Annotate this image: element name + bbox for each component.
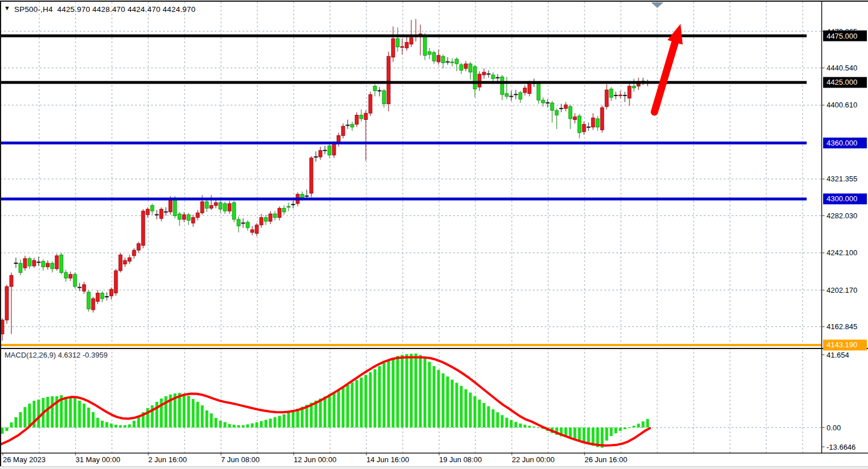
doji-bar xyxy=(78,287,82,288)
macd-histogram-bar xyxy=(624,428,627,429)
bull-candle xyxy=(410,38,413,44)
macd-histogram-bar xyxy=(197,402,199,428)
bull-candle xyxy=(387,56,390,104)
macd-histogram-bar xyxy=(365,375,368,428)
macd-histogram-bar xyxy=(287,413,290,428)
macd-histogram-bar xyxy=(446,376,449,428)
doji-bar xyxy=(314,156,318,157)
bull-candle xyxy=(228,204,231,211)
bull-candle xyxy=(69,275,72,279)
macd-histogram-bar xyxy=(260,421,263,428)
macd-histogram-bar xyxy=(383,363,386,428)
time-axis[interactable]: 26 May 202331 May 00:002 Jun 16:007 Jun … xyxy=(3,453,627,464)
macd-histogram-bar xyxy=(178,393,181,428)
price-axis-label: 4400.610 xyxy=(827,101,857,109)
doji-bar xyxy=(164,211,168,213)
bull-candle xyxy=(573,117,577,120)
macd-histogram-bar xyxy=(342,387,345,428)
macd-histogram-bar xyxy=(133,421,136,428)
macd-histogram-bar xyxy=(215,418,218,428)
bear-candle xyxy=(423,37,427,56)
doji-bar xyxy=(37,262,41,263)
macd-histogram-bar xyxy=(69,397,72,428)
macd-histogram-bar xyxy=(392,358,395,428)
macd-histogram-bar xyxy=(378,366,381,428)
macd-histogram-bar xyxy=(333,392,336,428)
macd-histogram-bar xyxy=(406,354,408,428)
time-axis-label: 26 Jun 16:00 xyxy=(585,455,627,464)
bear-candle xyxy=(469,64,472,72)
doji-bar xyxy=(510,96,514,97)
bull-candle xyxy=(564,105,567,109)
chart-shift-marker-icon[interactable] xyxy=(651,2,663,8)
bear-candle xyxy=(569,107,572,119)
macd-histogram-bar xyxy=(51,396,54,428)
doji-bar xyxy=(346,124,350,126)
bull-candle xyxy=(201,202,204,213)
doji-bar xyxy=(378,90,382,92)
macd-histogram-bar xyxy=(501,415,504,428)
macd-histogram-bar xyxy=(124,425,127,428)
bull-candle xyxy=(169,199,172,212)
macd-histogram-bar xyxy=(187,396,190,428)
macd-histogram-bar xyxy=(15,417,18,428)
horizontal-level-lines[interactable] xyxy=(0,36,821,345)
macd-histogram-bar xyxy=(128,424,131,428)
macd-histogram-bar xyxy=(24,407,27,428)
bear-candle xyxy=(101,293,104,298)
bear-candle xyxy=(632,86,636,88)
bull-candle xyxy=(341,126,345,135)
bull-candle xyxy=(269,214,272,221)
bear-candle xyxy=(232,202,236,219)
time-axis-label: 14 Jun 16:00 xyxy=(366,455,409,464)
bull-candle xyxy=(214,202,218,205)
macd-histogram-bar xyxy=(192,399,195,428)
bear-candle xyxy=(237,219,240,226)
macd-histogram-bar xyxy=(183,394,186,428)
annotations[interactable] xyxy=(651,2,683,112)
time-axis-label: 7 Jun 08:00 xyxy=(221,455,260,464)
bear-candle xyxy=(382,91,386,104)
bear-candle xyxy=(537,84,540,101)
up-arrow-head[interactable] xyxy=(667,24,683,45)
macd-axis-label: 41.654 xyxy=(827,351,849,359)
bull-candle xyxy=(82,285,86,291)
macd-histogram-bar xyxy=(374,369,377,428)
macd-histogram-bar xyxy=(297,409,299,428)
bull-candle xyxy=(260,218,263,225)
macd-panel[interactable] xyxy=(0,354,650,448)
window-bottom-edge xyxy=(0,466,868,469)
bull-candle xyxy=(114,271,118,293)
price-axis[interactable]: 4479.8654440.5404400.6104321.3554282.030… xyxy=(822,27,867,451)
bull-candle xyxy=(46,263,49,267)
bear-candle xyxy=(473,67,477,89)
doji-bar xyxy=(305,196,309,197)
macd-histogram-bar xyxy=(283,414,286,428)
bear-candle xyxy=(273,214,277,218)
macd-histogram-bar xyxy=(519,424,522,428)
bear-candle xyxy=(219,202,222,209)
bull-candle xyxy=(278,208,281,217)
macd-histogram-bar xyxy=(97,418,99,428)
macd-histogram-bar xyxy=(646,419,649,428)
macd-histogram-bar xyxy=(115,425,118,428)
bear-candle xyxy=(541,100,545,103)
macd-histogram-bar xyxy=(465,389,468,428)
macd-histogram-bar xyxy=(347,385,349,428)
bull-candle xyxy=(600,107,604,130)
up-arrow-shaft[interactable] xyxy=(654,43,675,112)
price-axis-label: 4162.845 xyxy=(827,322,857,331)
bear-candle xyxy=(73,275,77,287)
time-axis-label: 19 Jun 08:00 xyxy=(439,455,482,464)
macd-histogram-bar xyxy=(533,426,536,428)
bull-candle xyxy=(255,225,258,234)
macd-histogram-bar xyxy=(256,422,258,428)
macd-histogram-bar xyxy=(642,421,645,428)
macd-histogram-bar xyxy=(201,405,204,428)
doji-bar xyxy=(241,223,245,224)
bull-candle xyxy=(119,255,122,271)
macd-histogram-bar xyxy=(269,418,272,428)
chart-canvas[interactable]: 4479.8654440.5404400.6104321.3554282.030… xyxy=(0,0,868,469)
macd-histogram-bar xyxy=(47,397,49,428)
macd-histogram-bar xyxy=(315,401,318,428)
